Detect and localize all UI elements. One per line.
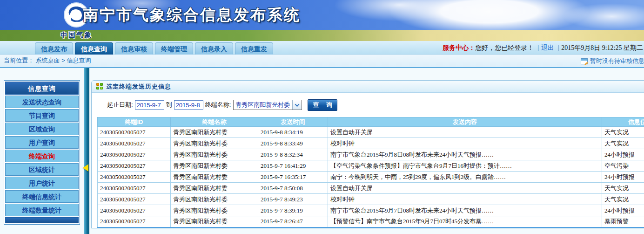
table-cell: 2015-9-8 8:33:49 — [258, 138, 328, 149]
date-to-input[interactable] — [174, 100, 203, 110]
sidebar-items: 发送状态查询节目查询区域查询用户查询终端查询区域统计用户统计终端信息统计终端数量… — [5, 96, 79, 216]
sidebar-item-send-status-query[interactable]: 发送状态查询 — [5, 96, 79, 108]
table-cell: 240305002005027 — [98, 149, 171, 160]
sidebar-item-terminal-info-stats[interactable]: 终端信息统计 — [5, 190, 79, 203]
table-cell: 2015-9-7 16:41:29 — [258, 160, 328, 172]
table-cell: 青秀区南阳新光村委 — [171, 183, 258, 194]
sidebar-item-user-query[interactable]: 用户查询 — [5, 136, 79, 149]
tab-info-resend[interactable]: 信息重发 — [235, 42, 273, 55]
table-cell: 240305002005027 — [98, 127, 171, 138]
table-cell: 【空气污染气象条件预报】南宁市气象台9月7日16时提供：预计…… — [328, 160, 602, 172]
table-cell: 天气实况 — [602, 183, 644, 194]
login-greeting: 您好，您已经登录！ — [475, 44, 534, 51]
table-cell: 2015-9-7 16:35:17 — [258, 172, 328, 183]
table-cell: 青秀区南阳新光村委 — [171, 172, 258, 183]
tab-info-entry[interactable]: 信息录入 — [195, 42, 233, 55]
table-row: 240305002005027青秀区南阳新光村委2015-9-8 8:34:19… — [98, 127, 644, 138]
table-row: 240305002005027青秀区南阳新光村委2015-9-7 16:35:1… — [98, 172, 644, 183]
sidebar-item-region-query[interactable]: 区域查询 — [5, 123, 79, 135]
content-area: 信息查询 发送状态查询节目查询区域查询用户查询终端查询区域统计用户统计终端信息统… — [0, 68, 644, 234]
table-cell: 2015-9-7 8:26:47 — [258, 216, 328, 227]
breadcrumb-row: 当前位置： 系统桌面 > 信息查询 暂时没有待审核信息 — [0, 55, 644, 68]
table-cell: 南宁市气象台2015年9月8日08时发布未来24小时天气预报…… — [328, 149, 602, 160]
tab-terminal-mgmt[interactable]: 终端管理 — [155, 42, 193, 55]
sidebar-item-user-stats[interactable]: 用户统计 — [5, 177, 79, 189]
table-header-row: 终端ID终端名称发送时间发送内容信息位 — [98, 117, 644, 127]
logout-link[interactable]: 退出 — [541, 44, 554, 51]
query-button[interactable]: 查 询 — [308, 99, 337, 111]
grid-icon — [96, 83, 103, 90]
column-header: 信息位 — [602, 117, 644, 127]
service-bar: 服务中心：您好，您已经登录！ |退出 |2015年9月8日 9:12:25 星期… — [443, 44, 643, 52]
history-table: 终端ID终端名称发送时间发送内容信息位240305002005027青秀区南阳新… — [97, 117, 644, 228]
sidebar-item-region-stats[interactable]: 区域统计 — [5, 163, 79, 176]
sidebar-item-terminal-query[interactable]: 终端查询 — [5, 150, 79, 162]
breadcrumb: 当前位置： 系统桌面 > 信息查询 — [4, 55, 91, 67]
table-row: 240305002005027青秀区南阳新光村委2015-9-7 16:41:2… — [98, 160, 644, 172]
table-cell: 校对时钟 — [328, 194, 602, 205]
column-header: 发送内容 — [328, 117, 602, 127]
breadcrumb-current: 信息查询 — [67, 57, 91, 64]
date-range-label: 起止日期: — [107, 101, 133, 109]
table-row: 240305002005027青秀区南阳新光村委2015-9-7 8:49:23… — [98, 194, 644, 205]
panel-header: 选定终端发送历史信息 — [92, 81, 644, 93]
table-cell: 240305002005027 — [98, 172, 171, 183]
column-header: 终端ID — [98, 117, 171, 127]
terminal-select[interactable]: 青秀区南阳新光村委 — [233, 100, 302, 110]
nav-tabs: 信息发布信息查询信息审核终端管理信息录入信息重发 — [35, 42, 273, 55]
panel-title: 选定终端发送历史信息 — [106, 81, 171, 92]
history-table-wrap: 终端ID终端名称发送时间发送内容信息位240305002005027青秀区南阳新… — [97, 117, 644, 228]
sidebar-footer — [5, 217, 79, 223]
table-cell: 青秀区南阳新光村委 — [171, 149, 258, 160]
to-label: 到 — [166, 101, 172, 109]
table-cell: 2015-9-7 8:49:23 — [258, 194, 328, 205]
sidebar-title: 信息查询 — [5, 82, 79, 95]
table-cell: 24小时预报 — [602, 149, 644, 160]
table-cell: 2015-9-8 8:34:19 — [258, 127, 328, 138]
datetime-display: 2015年9月8日 9:12:25 星期二 — [561, 44, 643, 51]
tab-info-review[interactable]: 信息审核 — [115, 42, 153, 55]
table-cell: 24小时预报 — [602, 205, 644, 216]
table-cell: 暴雨预警 — [602, 216, 644, 227]
select-dropdown-button[interactable] — [292, 100, 302, 110]
table-cell: 设置自动开关屏 — [328, 183, 602, 194]
sidebar-item-terminal-count-stats[interactable]: 终端数量统计 — [5, 204, 79, 216]
chevron-down-icon — [295, 102, 300, 107]
collapse-sidebar-arrow-icon[interactable] — [79, 164, 88, 172]
column-header: 发送时间 — [258, 117, 328, 127]
tab-info-publish[interactable]: 信息发布 — [35, 42, 73, 55]
table-cell: 空气污染 — [602, 160, 644, 172]
table-cell: 青秀区南阳新光村委 — [171, 205, 258, 216]
sidebar: 信息查询 发送状态查询节目查询区域查询用户查询终端查询区域统计用户统计终端信息统… — [4, 80, 80, 225]
table-cell: 240305002005027 — [98, 138, 171, 149]
terminal-select-value: 青秀区南阳新光村委 — [234, 101, 292, 109]
table-cell: 设置自动开关屏 — [328, 127, 602, 138]
table-cell: 240305002005027 — [98, 194, 171, 205]
column-header: 终端名称 — [171, 117, 258, 127]
date-from-input[interactable] — [135, 100, 164, 110]
table-cell: 240305002005027 — [98, 205, 171, 216]
breadcrumb-root-link[interactable]: 系统桌面 — [36, 57, 60, 64]
table-cell: 240305002005027 — [98, 216, 171, 227]
table-cell: 2015-9-7 8:50:08 — [258, 183, 328, 194]
table-cell: 青秀区南阳新光村委 — [171, 160, 258, 172]
main-panel: 选定终端发送历史信息 起止日期: 到 终端名称: 青秀区南阳新光村委 查 询 终… — [91, 80, 644, 228]
table-cell: 240305002005027 — [98, 183, 171, 194]
table-row: 240305002005027青秀区南阳新光村委2015-9-8 8:33:49… — [98, 138, 644, 149]
table-cell: 天气实况 — [602, 127, 644, 138]
table-cell: 青秀区南阳新光村委 — [171, 138, 258, 149]
tab-info-query[interactable]: 信息查询 — [75, 42, 113, 55]
review-notice-text: 暂时没有待审核信息 — [590, 55, 644, 67]
table-cell: 天气实况 — [602, 138, 644, 149]
table-cell: 2015-9-8 8:32:34 — [258, 149, 328, 160]
table-cell: 240305002005027 — [98, 160, 171, 172]
table-cell: 南宁市气象台2015年9月7日08时发布未来24小时天气预报…… — [328, 205, 602, 216]
app-header: 中国气象 南宁市气象综合信息发布系统 — [0, 0, 644, 41]
sidebar-item-program-query[interactable]: 节目查询 — [5, 109, 79, 122]
table-cell: 24小时预报 — [602, 172, 644, 183]
table-cell: 2015-9-7 8:39:19 — [258, 205, 328, 216]
table-row: 240305002005027青秀区南阳新光村委2015-9-7 8:39:19… — [98, 205, 644, 216]
panel-splitter[interactable] — [84, 68, 89, 234]
breadcrumb-label: 当前位置： — [4, 57, 34, 64]
table-cell: 南宁：今晚到明天，中雨，25到29度，偏东风1到2级。白露踏…… — [328, 172, 602, 183]
